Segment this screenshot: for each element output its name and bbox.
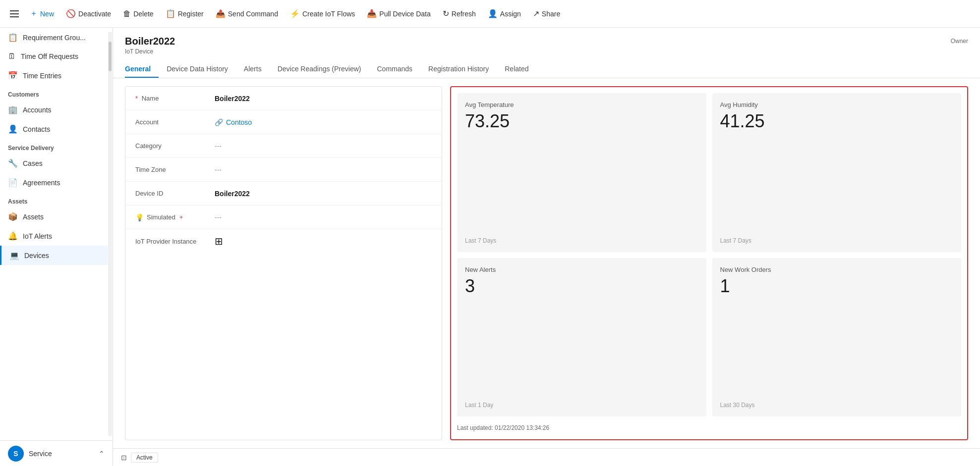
stat-value-avg-temperature: 73.25 <box>465 112 698 130</box>
stat-period-new-work-orders: Last 30 Days <box>720 402 954 409</box>
contacts-icon: 👤 <box>8 124 18 134</box>
accounts-icon: 🏢 <box>8 105 18 114</box>
tab-device-data-history[interactable]: Device Data History <box>159 61 236 78</box>
tab-alerts[interactable]: Alerts <box>236 61 270 78</box>
stat-period-avg-temperature: Last 7 Days <box>465 237 698 244</box>
form-value-name[interactable]: Boiler2022 <box>215 95 432 103</box>
stat-title-avg-temperature: Avg Temperature <box>465 101 698 108</box>
refresh-button[interactable]: ↻ Refresh <box>438 6 481 21</box>
form-value-timezone[interactable]: --- <box>215 166 432 174</box>
hamburger-menu[interactable] <box>6 6 23 21</box>
stats-footer: Last updated: 01/22/2020 13:34:26 <box>457 422 961 433</box>
form-row-iot-provider: IoT Provider Instance ⊞ <box>125 229 442 253</box>
customers-section-header: Customers <box>0 85 108 100</box>
owner-label: Owner <box>951 38 968 45</box>
tab-registration-history[interactable]: Registration History <box>420 61 497 78</box>
sidebar-footer[interactable]: S Service ⌃ <box>0 440 113 466</box>
agreements-icon: 📄 <box>8 178 18 187</box>
stats-grid: Avg Temperature 73.25 Last 7 Days Avg Hu… <box>457 93 961 416</box>
form-label-iot-provider: IoT Provider Instance <box>135 238 215 245</box>
stat-card-new-alerts: New Alerts 3 Last 1 Day <box>457 258 706 417</box>
stat-value-avg-humidity: 41.25 <box>720 112 954 130</box>
form-value-iot-provider[interactable]: ⊞ <box>215 235 432 247</box>
form-row-simulated: 💡 Simulated + --- <box>125 206 442 229</box>
share-button[interactable]: ↗ Share <box>528 6 565 21</box>
register-button[interactable]: 📋 Register <box>161 6 209 21</box>
refresh-icon: ↻ <box>443 9 449 18</box>
required-indicator: * <box>135 95 138 102</box>
form-row-category: Category --- <box>125 134 442 158</box>
content-area: Boiler2022 IoT Device Owner General Devi… <box>113 28 980 466</box>
form-value-simulated[interactable]: --- <box>215 213 432 221</box>
form-label-timezone: Time Zone <box>135 166 215 173</box>
form-label-account: Account <box>135 118 215 126</box>
tab-related[interactable]: Related <box>497 61 536 78</box>
deactivate-icon: 🚫 <box>66 9 76 18</box>
stat-period-avg-humidity: Last 7 Days <box>720 237 954 244</box>
tab-commands[interactable]: Commands <box>369 61 420 78</box>
send-command-icon: 📤 <box>216 9 226 18</box>
form-row-timezone: Time Zone --- <box>125 158 442 182</box>
last-updated-label: Last updated: <box>457 424 493 431</box>
sidebar: 📋 Requirement Grou... 🗓 Time Off Request… <box>0 28 113 466</box>
lightbulb-icon: 💡 <box>135 213 144 221</box>
record-body: * Name Boiler2022 Account 🔗 Contoso Cate… <box>113 78 980 448</box>
tab-general[interactable]: General <box>125 61 159 78</box>
simulated-required: + <box>179 213 183 221</box>
status-badge: Active <box>131 453 158 463</box>
stat-value-new-work-orders: 1 <box>720 277 954 295</box>
time-off-icon: 🗓 <box>8 52 16 61</box>
form-row-name: * Name Boiler2022 <box>125 87 442 110</box>
tab-device-readings[interactable]: Device Readings (Preview) <box>270 61 369 78</box>
sidebar-item-contacts[interactable]: 👤 Contacts <box>0 119 108 139</box>
form-row-device-id: Device ID Boiler2022 <box>125 182 442 206</box>
plus-icon: ＋ <box>30 8 38 19</box>
pull-data-icon: 📥 <box>367 9 377 18</box>
stat-value-new-alerts: 3 <box>465 277 698 295</box>
assign-icon: 👤 <box>488 9 498 18</box>
requirement-groups-icon: 📋 <box>8 33 18 42</box>
stat-title-new-work-orders: New Work Orders <box>720 266 954 273</box>
stat-card-avg-temperature: Avg Temperature 73.25 Last 7 Days <box>457 93 706 252</box>
form-value-account[interactable]: 🔗 Contoso <box>215 118 432 126</box>
chevron-up-icon: ⌃ <box>99 450 105 458</box>
sidebar-item-time-entries[interactable]: 📅 Time Entries <box>0 66 108 85</box>
stat-title-new-alerts: New Alerts <box>465 266 698 273</box>
sidebar-item-accounts[interactable]: 🏢 Accounts <box>0 100 108 119</box>
devices-icon: 💻 <box>9 251 19 260</box>
status-bar-icon[interactable]: ⊡ <box>121 454 127 462</box>
assign-button[interactable]: 👤 Assign <box>483 6 526 21</box>
sidebar-scrollbar[interactable] <box>108 28 113 440</box>
deactivate-button[interactable]: 🚫 Deactivate <box>61 6 116 21</box>
register-icon: 📋 <box>166 9 175 18</box>
cases-icon: 🔧 <box>8 158 18 168</box>
sidebar-item-cases[interactable]: 🔧 Cases <box>0 154 108 173</box>
form-label-simulated: 💡 Simulated + <box>135 213 215 221</box>
form-row-account: Account 🔗 Contoso <box>125 110 442 134</box>
sidebar-item-requirement-groups[interactable]: 📋 Requirement Grou... <box>0 28 108 47</box>
toolbar: ＋ New 🚫 Deactivate 🗑 Delete 📋 Register 📤… <box>0 0 980 28</box>
form-label-device-id: Device ID <box>135 190 215 197</box>
record-header: Boiler2022 IoT Device Owner General Devi… <box>113 28 980 78</box>
iot-flows-icon: ⚡ <box>290 9 300 18</box>
create-iot-flows-button[interactable]: ⚡ Create IoT Flows <box>285 6 360 21</box>
iot-alerts-icon: 🔔 <box>8 231 18 241</box>
sidebar-item-iot-alerts[interactable]: 🔔 IoT Alerts <box>0 226 108 246</box>
form-panel: * Name Boiler2022 Account 🔗 Contoso Cate… <box>125 86 442 440</box>
form-value-category[interactable]: --- <box>215 142 432 150</box>
sidebar-item-devices[interactable]: 💻 Devices <box>0 246 108 265</box>
form-value-device-id[interactable]: Boiler2022 <box>215 190 432 198</box>
send-command-button[interactable]: 📤 Send Command <box>211 6 283 21</box>
account-link-icon: 🔗 <box>215 118 223 126</box>
delete-button[interactable]: 🗑 Delete <box>118 6 158 21</box>
sidebar-item-agreements[interactable]: 📄 Agreements <box>0 173 108 192</box>
stat-card-new-work-orders: New Work Orders 1 Last 30 Days <box>712 258 962 417</box>
new-button[interactable]: ＋ New <box>25 5 59 22</box>
sidebar-item-time-off-requests[interactable]: 🗓 Time Off Requests <box>0 47 108 66</box>
sidebar-item-assets[interactable]: 📦 Assets <box>0 207 108 226</box>
assets-section-header: Assets <box>0 192 108 207</box>
avatar: S <box>8 446 24 462</box>
stat-title-avg-humidity: Avg Humidity <box>720 101 954 108</box>
footer-service-label: Service <box>29 450 94 458</box>
pull-device-data-button[interactable]: 📥 Pull Device Data <box>362 6 436 21</box>
